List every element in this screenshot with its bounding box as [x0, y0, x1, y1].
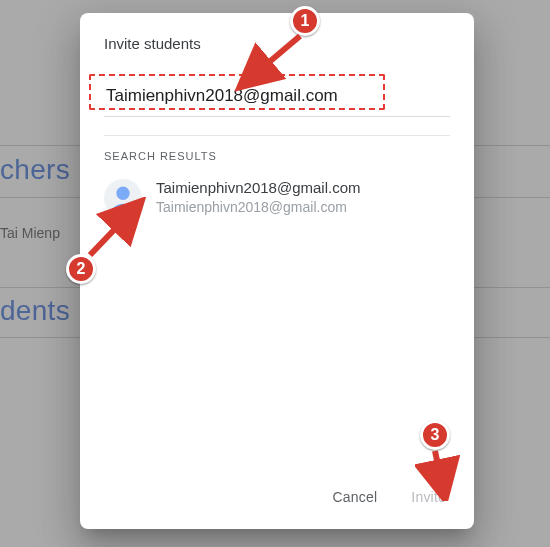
- invite-students-dialog: Invite students SEARCH RESULTS Taimienph…: [80, 13, 474, 529]
- dialog-title: Invite students: [104, 35, 450, 52]
- section-divider: [104, 135, 450, 136]
- dialog-actions: Cancel Invite: [80, 469, 474, 529]
- search-results-label: SEARCH RESULTS: [104, 150, 450, 162]
- app-background: chers Tai Mienp dents Invite students SE…: [0, 0, 550, 547]
- result-name: Taimienphivn2018@gmail.com: [156, 178, 361, 198]
- avatar-icon: [104, 179, 142, 217]
- search-result-row[interactable]: Taimienphivn2018@gmail.com Taimienphivn2…: [104, 174, 450, 221]
- email-input-wrap: [104, 82, 450, 117]
- input-underline: [104, 116, 450, 117]
- invite-button[interactable]: Invite: [405, 481, 452, 513]
- svg-point-0: [116, 186, 129, 199]
- cancel-button[interactable]: Cancel: [327, 481, 384, 513]
- result-email: Taimienphivn2018@gmail.com: [156, 198, 361, 217]
- email-field[interactable]: [104, 82, 450, 112]
